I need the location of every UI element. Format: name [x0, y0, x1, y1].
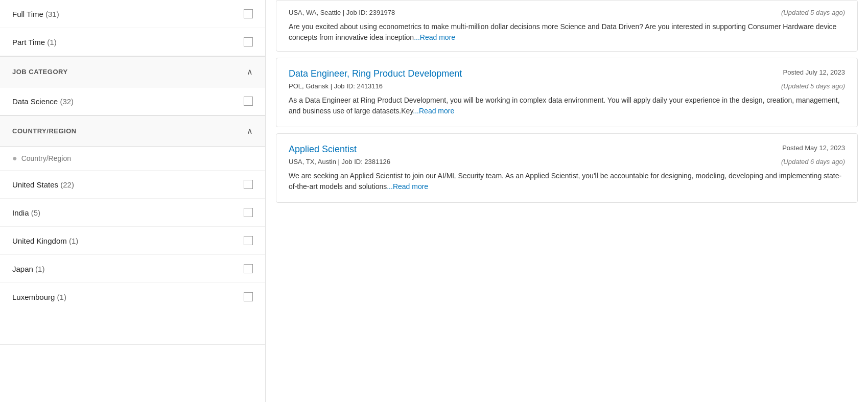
part-time-label: Part Time (1): [12, 38, 57, 46]
full-time-text: Full Time: [12, 10, 43, 18]
part-time-text: Part Time: [12, 38, 45, 46]
partial-job-meta: USA, WA, Seattle | Job ID: 2391978 (Upda…: [289, 9, 845, 16]
sidebar: Full Time (31) Part Time (1) JOB CATEGOR…: [0, 0, 266, 402]
india-filter[interactable]: India (5): [0, 199, 265, 227]
united-states-label: United States (22): [12, 180, 74, 189]
japan-label: Japan (1): [12, 265, 44, 273]
job-category-title: JOB CATEGORY: [12, 68, 68, 76]
japan-text: Japan: [12, 265, 33, 273]
part-time-count: (1): [47, 38, 56, 46]
full-time-count: (31): [45, 10, 59, 18]
job-0-read-more-link[interactable]: ...Read more: [413, 107, 454, 115]
country-list[interactable]: United States (22) India (5) United King…: [0, 171, 265, 344]
data-science-text: Data Science: [12, 97, 58, 106]
luxembourg-count: (1): [57, 293, 66, 301]
luxembourg-label: Luxembourg (1): [12, 293, 66, 301]
part-time-filter[interactable]: Part Time (1): [0, 28, 265, 56]
job-0-updated: (Updated 5 days ago): [781, 82, 845, 90]
united-kingdom-count: (1): [69, 237, 78, 245]
partial-read-more-link[interactable]: ...Read more: [414, 33, 455, 41]
job-card-1: Applied Scientist Posted May 12, 2023 US…: [276, 133, 858, 203]
data-science-count: (32): [60, 97, 74, 106]
partial-job-description: Are you excited about using econometrics…: [289, 21, 845, 43]
country-region-chevron-icon: ∧: [247, 126, 253, 136]
country-region-title: COUNTRY/REGION: [12, 127, 77, 135]
job-1-location: USA, TX, Austin | Job ID: 2381126: [289, 158, 390, 165]
data-science-filter[interactable]: Data Science (32): [0, 87, 265, 115]
india-label: India (5): [12, 208, 40, 217]
job-category-section: JOB CATEGORY ∧ Data Science (32): [0, 56, 265, 115]
part-time-checkbox[interactable]: [244, 37, 253, 46]
luxembourg-checkbox[interactable]: [244, 292, 253, 301]
country-region-header[interactable]: COUNTRY/REGION ∧: [0, 115, 265, 147]
job-0-header: Data Engineer, Ring Product Development …: [289, 68, 845, 79]
location-pin-icon: ●: [12, 154, 17, 163]
job-0-posted-date: Posted July 12, 2023: [783, 68, 845, 76]
job-1-description: We are seeking an Applied Scientist to j…: [289, 171, 845, 192]
job-1-title[interactable]: Applied Scientist: [289, 144, 357, 155]
united-states-checkbox[interactable]: [244, 180, 253, 189]
job-1-read-more-link[interactable]: ...Read more: [387, 182, 428, 191]
data-science-label: Data Science (32): [12, 97, 74, 106]
job-category-chevron-icon: ∧: [247, 67, 253, 77]
united-kingdom-text: United Kingdom: [12, 237, 67, 245]
country-search-bar[interactable]: ●: [0, 147, 265, 171]
united-kingdom-checkbox[interactable]: [244, 236, 253, 245]
job-1-meta: USA, TX, Austin | Job ID: 2381126 (Updat…: [289, 158, 845, 165]
united-states-count: (22): [60, 180, 74, 189]
united-states-filter[interactable]: United States (22): [0, 171, 265, 199]
partial-job-card: USA, WA, Seattle | Job ID: 2391978 (Upda…: [276, 0, 858, 52]
country-search-input[interactable]: [21, 154, 253, 162]
job-0-desc-text: As a Data Engineer at Ring Product Devel…: [289, 96, 840, 115]
partial-job-desc-text: Are you excited about using econometrics…: [289, 22, 836, 41]
luxembourg-text: Luxembourg: [12, 293, 55, 301]
job-0-location: POL, Gdansk | Job ID: 2413116: [289, 82, 383, 90]
job-1-header: Applied Scientist Posted May 12, 2023: [289, 144, 845, 155]
job-card-0: Data Engineer, Ring Product Development …: [276, 58, 858, 127]
india-text: India: [12, 208, 29, 217]
luxembourg-filter[interactable]: Luxembourg (1): [0, 283, 265, 311]
partial-job-updated: (Updated 5 days ago): [781, 9, 845, 16]
india-count: (5): [31, 208, 40, 217]
country-list-container: United States (22) India (5) United King…: [0, 171, 265, 344]
data-science-checkbox[interactable]: [244, 97, 253, 106]
job-category-header[interactable]: JOB CATEGORY ∧: [0, 56, 265, 87]
job-0-description: As a Data Engineer at Ring Product Devel…: [289, 95, 845, 116]
employment-type-section: Full Time (31) Part Time (1): [0, 0, 265, 56]
japan-checkbox[interactable]: [244, 264, 253, 273]
japan-count: (1): [35, 265, 44, 273]
partial-job-location: USA, WA, Seattle | Job ID: 2391978: [289, 9, 395, 16]
japan-filter[interactable]: Japan (1): [0, 255, 265, 283]
india-checkbox[interactable]: [244, 208, 253, 217]
united-kingdom-label: United Kingdom (1): [12, 237, 78, 245]
full-time-checkbox[interactable]: [244, 9, 253, 18]
main-content: USA, WA, Seattle | Job ID: 2391978 (Upda…: [266, 0, 868, 402]
full-time-filter[interactable]: Full Time (31): [0, 0, 265, 28]
united-states-text: United States: [12, 180, 58, 189]
job-1-updated: (Updated 6 days ago): [781, 158, 845, 165]
job-0-meta: POL, Gdansk | Job ID: 2413116 (Updated 5…: [289, 82, 845, 90]
job-1-desc-text: We are seeking an Applied Scientist to j…: [289, 172, 841, 191]
job-1-posted-date: Posted May 12, 2023: [782, 144, 845, 152]
country-region-section: COUNTRY/REGION ∧ ● United States (22) In…: [0, 115, 265, 345]
full-time-label: Full Time (31): [12, 10, 59, 18]
united-kingdom-filter[interactable]: United Kingdom (1): [0, 227, 265, 255]
job-0-title[interactable]: Data Engineer, Ring Product Development: [289, 68, 462, 79]
